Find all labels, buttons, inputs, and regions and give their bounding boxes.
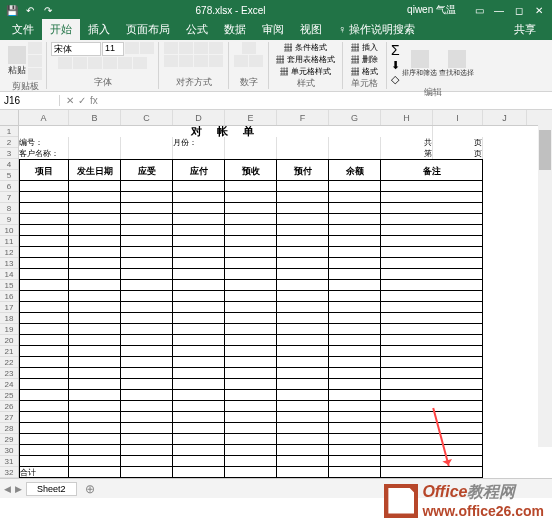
col-header[interactable]: D (173, 110, 225, 125)
add-sheet-icon[interactable]: ⊕ (81, 482, 99, 496)
sheet-content[interactable]: 对 帐 单 编号： 月份： 共 页 客户名称： 第 页 项目 发生日期 应受 应… (19, 126, 552, 478)
vertical-scrollbar[interactable] (538, 110, 552, 447)
table-row[interactable] (19, 368, 552, 379)
row-header[interactable]: 26 (0, 401, 18, 412)
fill-icon[interactable]: ⬇ (391, 59, 400, 72)
italic-icon[interactable] (73, 57, 87, 69)
total-row[interactable]: 合计 (19, 467, 552, 478)
row-header[interactable]: 17 (0, 302, 18, 313)
table-row[interactable] (19, 379, 552, 390)
maximize-icon[interactable]: ◻ (512, 3, 526, 17)
copy-icon[interactable] (28, 55, 42, 67)
table-row[interactable] (19, 214, 552, 225)
cell-style-button[interactable]: ▦ 单元格样式 (280, 66, 330, 77)
format-painter-icon[interactable] (28, 68, 42, 80)
tab-help[interactable]: ♀ 操作说明搜索 (330, 19, 423, 40)
table-row[interactable] (19, 225, 552, 236)
row-header[interactable]: 21 (0, 346, 18, 357)
clear-icon[interactable]: ◇ (391, 73, 400, 86)
table-row[interactable] (19, 324, 552, 335)
col-header[interactable]: G (329, 110, 381, 125)
underline-icon[interactable] (88, 57, 102, 69)
autosum-icon[interactable]: Σ (391, 42, 400, 58)
row-header[interactable]: 6 (0, 181, 18, 192)
row-header[interactable]: 30 (0, 445, 18, 456)
percent-icon[interactable] (234, 55, 248, 67)
user-name[interactable]: qiwen 气温 (407, 3, 456, 17)
row-header[interactable]: 18 (0, 313, 18, 324)
row-header[interactable]: 9 (0, 214, 18, 225)
table-format-button[interactable]: ▦ 套用表格格式 (276, 54, 334, 65)
tab-home[interactable]: 开始 (42, 19, 80, 40)
row-header[interactable]: 4 (0, 159, 18, 170)
col-header[interactable]: C (121, 110, 173, 125)
col-header[interactable]: A (19, 110, 69, 125)
row-header[interactable]: 20 (0, 335, 18, 346)
align-top-icon[interactable] (164, 42, 178, 54)
table-row[interactable] (19, 280, 552, 291)
row-header[interactable]: 25 (0, 390, 18, 401)
col-header[interactable]: H (381, 110, 433, 125)
number-format-icon[interactable] (242, 42, 256, 54)
row-header[interactable]: 13 (0, 258, 18, 269)
delete-cells-button[interactable]: ▦ 删除 (351, 54, 377, 65)
table-row[interactable] (19, 203, 552, 214)
col-header[interactable]: F (277, 110, 329, 125)
redo-icon[interactable]: ↷ (42, 4, 54, 16)
row-header[interactable]: 11 (0, 236, 18, 247)
align-bottom-icon[interactable] (194, 42, 208, 54)
table-row[interactable] (19, 236, 552, 247)
table-row[interactable] (19, 423, 552, 434)
row-header[interactable]: 1 (0, 126, 18, 137)
format-cells-button[interactable]: ▦ 格式 (351, 66, 377, 77)
tab-formulas[interactable]: 公式 (178, 19, 216, 40)
table-row[interactable] (19, 412, 552, 423)
table-row[interactable] (19, 390, 552, 401)
row-header[interactable]: 22 (0, 357, 18, 368)
font-size-select[interactable]: 11 (102, 42, 124, 56)
font-name-select[interactable]: 宋体 (51, 42, 101, 56)
table-row[interactable] (19, 313, 552, 324)
sheet-nav-prev-icon[interactable]: ◀ (4, 484, 11, 494)
tab-review[interactable]: 审阅 (254, 19, 292, 40)
grid-main[interactable]: A B C D E F G H I J 对 帐 单 编号： 月份： 共 页 客户… (19, 110, 552, 478)
enter-formula-icon[interactable]: ✓ (78, 95, 86, 106)
row-header[interactable]: 24 (0, 379, 18, 390)
find-select-button[interactable]: 查找和选择 (439, 50, 474, 78)
orientation-icon[interactable] (209, 42, 223, 54)
minimize-icon[interactable]: — (492, 3, 506, 17)
undo-icon[interactable]: ↶ (24, 4, 36, 16)
tab-view[interactable]: 视图 (292, 19, 330, 40)
table-row[interactable] (19, 181, 552, 192)
table-row[interactable] (19, 291, 552, 302)
sheet-tab-sheet2[interactable]: Sheet2 (26, 482, 77, 496)
cut-icon[interactable] (28, 42, 42, 54)
align-center-icon[interactable] (179, 55, 193, 67)
row-header[interactable]: 12 (0, 247, 18, 258)
close-icon[interactable]: ✕ (532, 3, 546, 17)
merge-icon[interactable] (209, 55, 223, 67)
sheet-nav-next-icon[interactable]: ▶ (15, 484, 22, 494)
table-row[interactable] (19, 346, 552, 357)
col-header[interactable]: B (69, 110, 121, 125)
tab-data[interactable]: 数据 (216, 19, 254, 40)
table-row[interactable] (19, 258, 552, 269)
row-header[interactable]: 14 (0, 269, 18, 280)
tab-file[interactable]: 文件 (4, 19, 42, 40)
fx-icon[interactable]: fx (90, 95, 98, 106)
save-icon[interactable]: 💾 (6, 4, 18, 16)
table-row[interactable] (19, 456, 552, 467)
insert-cells-button[interactable]: ▦ 插入 (351, 42, 377, 53)
row-header[interactable]: 8 (0, 203, 18, 214)
table-row[interactable] (19, 335, 552, 346)
shrink-font-icon[interactable] (140, 42, 154, 54)
share-button[interactable]: 共享 (506, 19, 544, 40)
row-header[interactable]: 15 (0, 280, 18, 291)
row-header[interactable]: 3 (0, 148, 18, 159)
cancel-formula-icon[interactable]: ✕ (66, 95, 74, 106)
table-row[interactable] (19, 434, 552, 445)
row-header[interactable]: 29 (0, 434, 18, 445)
conditional-format-button[interactable]: ▦ 条件格式 (284, 42, 326, 53)
table-row[interactable] (19, 357, 552, 368)
row-header[interactable]: 31 (0, 456, 18, 467)
